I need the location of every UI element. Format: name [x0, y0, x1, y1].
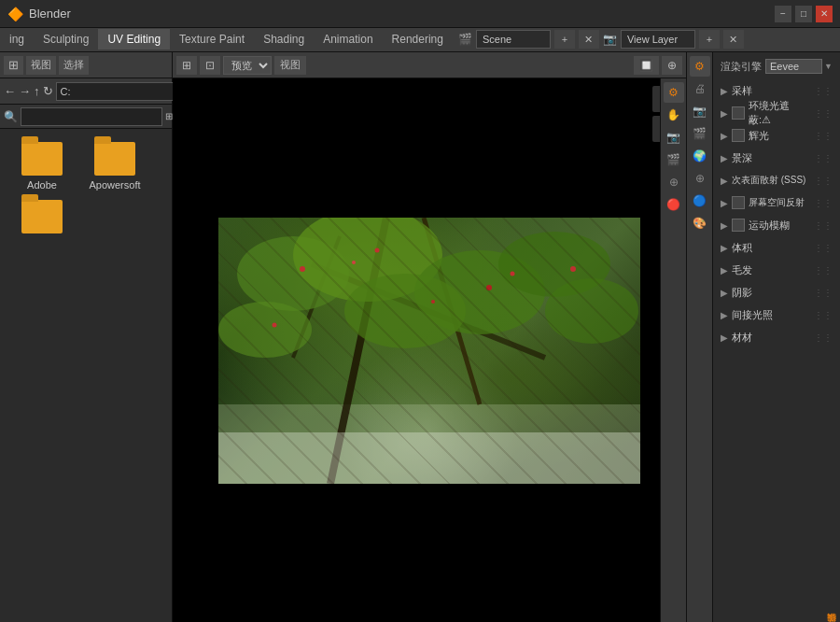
section-label: 间接光照 [732, 308, 812, 322]
modifier-props-icon[interactable]: 🔵 [690, 191, 710, 211]
prop-row-shadows[interactable]: ▶ 阴影 ⋮⋮ [717, 282, 836, 303]
tab-texture-paint[interactable]: Texture Paint [170, 29, 254, 49]
render-icon[interactable]: ⚙ [664, 82, 684, 103]
prop-section-hair: ▶ 毛发 ⋮⋮ [717, 260, 836, 280]
view-layer-input[interactable] [621, 30, 695, 49]
expand-icon: ▶ [721, 198, 728, 208]
file-browser-panel: ⊞ 视图 选择 ← → ↑ ↻ 🔍 ⊞ ▼ Adobe [0, 52, 173, 622]
prop-row-ao[interactable]: ▶ 环境光遮蔽:⚠ ⋮⋮ [717, 103, 836, 123]
drag-dots: ⋮⋮ [814, 86, 833, 96]
svg-point-9 [218, 302, 312, 358]
world-props-icon[interactable]: 🌍 [690, 146, 710, 166]
viewport-gizmo-button[interactable]: ⊕ [662, 56, 682, 75]
expand-icon: ▶ [721, 288, 728, 298]
scene-prop-icon[interactable]: 🎬 [664, 149, 684, 170]
file-item-adobe[interactable]: Adobe [9, 140, 75, 191]
scene-props-icon[interactable]: 🎬 [690, 123, 710, 144]
select-menu-button[interactable]: 选择 [59, 56, 89, 75]
render-props-icon[interactable]: ⚙ [690, 56, 710, 77]
prop-section-sampling: ▶ 采样 ⋮⋮ [717, 80, 836, 101]
svg-point-19 [273, 322, 277, 327]
viewport-editor-type-button[interactable]: ⊞ [176, 56, 197, 75]
prop-row-sss[interactable]: ▶ 次表面散射 (SSS) ⋮⋮ [717, 170, 836, 191]
app-logo: 🔶 [7, 7, 23, 21]
bloom-checkbox[interactable] [732, 129, 745, 142]
ssr-checkbox[interactable] [732, 196, 745, 209]
maximize-button[interactable]: □ [795, 6, 812, 22]
file-item-unnamed[interactable] [9, 198, 75, 237]
view-layer-prop-icon[interactable]: 📷 [664, 127, 684, 148]
svg-line-3 [312, 264, 545, 358]
scene-remove-button[interactable]: ✕ [579, 30, 599, 49]
view-menu-button[interactable]: 视图 [26, 56, 56, 75]
prop-row-indirect[interactable]: ▶ 间接光照 ⋮⋮ [717, 304, 836, 325]
file-item-apowersoft[interactable]: Apowersoft [82, 140, 147, 191]
nav-up-button[interactable]: ↑ [34, 81, 40, 102]
object-icon[interactable]: 🔴 [664, 194, 684, 215]
svg-point-7 [414, 250, 545, 334]
view-layer-add-button[interactable]: + [699, 30, 720, 49]
main-layout: ⊞ 视图 选择 ← → ↑ ↻ 🔍 ⊞ ▼ Adobe [0, 52, 840, 622]
svg-point-17 [431, 300, 435, 304]
section-label: 环境光遮蔽:⚠ [749, 99, 812, 127]
prop-section-motionblur: ▶ 运动模糊 ⋮⋮ [717, 215, 836, 235]
viewport-overlay-button[interactable]: 🔲 [634, 56, 659, 75]
file-browser-search: 🔍 ⊞ ▼ [0, 105, 172, 129]
prop-section-indirect: ▶ 间接光照 ⋮⋮ [717, 304, 836, 325]
tab-animation[interactable]: Animation [314, 29, 382, 49]
object-props-icon[interactable]: ⊕ [690, 168, 710, 189]
viewport-view-button[interactable]: 视图 [274, 56, 306, 75]
svg-line-1 [330, 218, 386, 484]
scene-input[interactable] [476, 30, 551, 49]
drag-dots: ⋮⋮ [814, 131, 833, 141]
viewport: ✚ ✋ ⚙ ✋ 📷 🎬 ⊕ 🔴 [173, 78, 686, 622]
output-props-icon[interactable]: 🖨 [690, 78, 710, 99]
search-input[interactable] [21, 107, 162, 126]
prop-section-dof: ▶ 景深 ⋮⋮ [717, 148, 836, 168]
expand-icon: ▶ [721, 265, 728, 276]
scene-add-button[interactable]: + [554, 30, 575, 49]
ao-checkbox[interactable] [732, 106, 745, 120]
material-props-icon[interactable]: 🎨 [690, 213, 710, 233]
prop-row-volume[interactable]: ▶ 体积 ⋮⋮ [717, 237, 836, 258]
tab-ing[interactable]: ing [0, 29, 34, 49]
prop-row-bloom[interactable]: ▶ 辉光 ⋮⋮ [717, 125, 836, 146]
viewport-mode-select[interactable]: 预览 [223, 56, 272, 75]
render-engine-select[interactable]: Eevee [765, 59, 822, 74]
prop-section-bloom: ▶ 辉光 ⋮⋮ [717, 125, 836, 146]
editor-type-button[interactable]: ⊞ [4, 56, 23, 75]
expand-icon: ▶ [721, 153, 728, 163]
view-layer-remove-button[interactable]: ✕ [723, 30, 744, 49]
prop-row-motionblur[interactable]: ▶ 运动模糊 ⋮⋮ [717, 215, 836, 235]
tab-shading[interactable]: Shading [254, 29, 314, 49]
output-icon[interactable]: ✋ [664, 105, 684, 125]
viewport-options-button[interactable]: ⊡ [200, 56, 220, 75]
minimize-button[interactable]: − [775, 6, 791, 22]
world-icon[interactable]: ⊕ [664, 172, 684, 192]
section-label: 材材 [732, 331, 812, 345]
grid-view-button[interactable]: ⊞ [165, 106, 173, 127]
prop-row-dof[interactable]: ▶ 景深 ⋮⋮ [717, 148, 836, 168]
tab-sculpting[interactable]: Sculpting [34, 29, 98, 49]
motionblur-checkbox[interactable] [732, 219, 745, 232]
nav-refresh-button[interactable]: ↻ [43, 81, 53, 102]
drag-dots: ⋮⋮ [814, 265, 833, 276]
prop-row-ssr[interactable]: ▶ 屏幕空间反射 ⋮⋮ [717, 192, 836, 213]
file-browser-toolbar: ⊞ 视图 选择 [0, 52, 172, 78]
expand-icon: ▶ [721, 310, 728, 320]
svg-line-2 [424, 218, 480, 404]
nav-back-button[interactable]: ← [4, 81, 16, 102]
drag-dots: ⋮⋮ [814, 332, 833, 343]
tab-uv-editing[interactable]: UV Editing [98, 29, 170, 49]
prop-row-hair[interactable]: ▶ 毛发 ⋮⋮ [717, 260, 836, 280]
prop-row-sampling[interactable]: ▶ 采样 ⋮⋮ [717, 80, 836, 101]
nav-forward-button[interactable]: → [19, 81, 31, 102]
prop-row-material[interactable]: ▶ 材材 ⋮⋮ [717, 327, 836, 347]
svg-line-4 [293, 236, 340, 358]
expand-icon: ▶ [721, 176, 728, 186]
view-layer-props-icon[interactable]: 📷 [690, 101, 710, 121]
tab-rendering[interactable]: Rendering [383, 29, 453, 49]
svg-point-13 [375, 247, 380, 252]
prop-section-material: ▶ 材材 ⋮⋮ [717, 327, 836, 347]
close-button[interactable]: ✕ [816, 6, 833, 22]
